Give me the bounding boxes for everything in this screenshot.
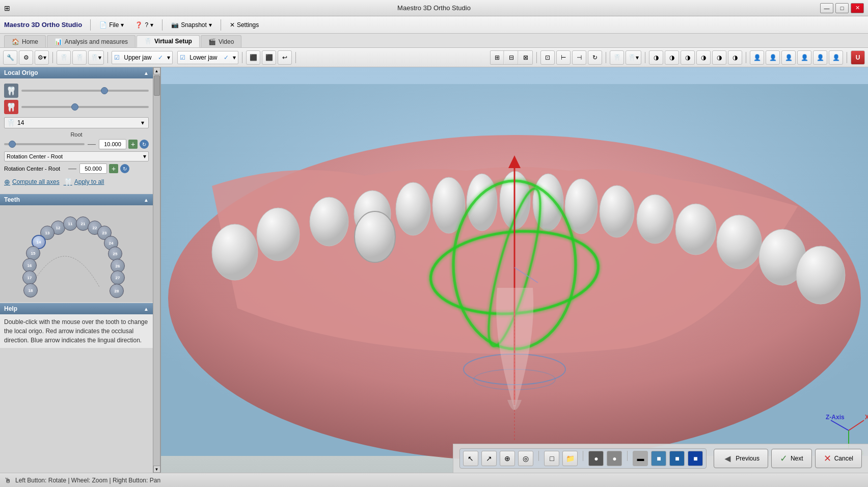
list-view-btn[interactable]: ⊠	[519, 51, 532, 64]
teeth-diagram[interactable]: 12 11 21 22 13 23 14 24 15 25 16 26	[0, 205, 153, 302]
tool-btn-2[interactable]: ⚙	[19, 50, 33, 65]
rot-minus-icon: —	[68, 164, 76, 173]
lower-slider-thumb[interactable]	[71, 103, 78, 111]
cube2-btn[interactable]: ■	[669, 451, 685, 466]
shade-btn3[interactable]: ◑	[681, 50, 695, 65]
maximize-button[interactable]: □	[835, 3, 849, 13]
svg-point-18	[796, 246, 845, 304]
tool-btn-6[interactable]: 🦷▾	[88, 50, 104, 65]
upper-slider[interactable]	[21, 90, 149, 92]
viewport[interactable]: X-Axis Z-Axis Y-Axis ↖ ↗ ⊕ ◎	[161, 67, 868, 473]
tooth-28[interactable]: 28	[110, 284, 124, 298]
tooth-11[interactable]: 11	[63, 217, 77, 231]
lower-slider[interactable]	[21, 106, 149, 108]
rotation-center-dropdown[interactable]: Rotation Center - Root ▾	[4, 151, 149, 161]
root-reset-btn[interactable]: ↻	[140, 140, 149, 149]
tab-analysis[interactable]: 📊 Analysis and measures	[47, 35, 135, 47]
minimize-button[interactable]: —	[820, 3, 833, 13]
square-tool-btn[interactable]: □	[544, 451, 559, 466]
shade-btn6[interactable]: ◑	[728, 50, 742, 65]
cancel-button[interactable]: ✕ Cancel	[815, 449, 862, 468]
help-header[interactable]: Help ▲	[0, 303, 153, 314]
previous-button[interactable]: ◄ Previous	[714, 449, 768, 468]
tooth-number: 14	[17, 119, 137, 126]
shade-btn2[interactable]: ◑	[665, 50, 679, 65]
zoom-btn[interactable]: ⊡	[540, 50, 555, 65]
viewport-3d[interactable]: X-Axis Z-Axis Y-Axis ↖ ↗ ⊕ ◎	[161, 67, 868, 473]
head-btn2[interactable]: 👤	[766, 50, 780, 65]
tool-btn-5[interactable]: 🦷	[72, 50, 87, 65]
shade-btn[interactable]: ◑	[649, 50, 663, 65]
compute-icon: ⊕	[4, 178, 10, 186]
tab-home[interactable]: 🏠 Home	[4, 35, 46, 47]
teeth-header[interactable]: Teeth ▲	[0, 194, 153, 205]
flat-btn[interactable]: ▬	[633, 451, 648, 466]
head-btn5[interactable]: 👤	[813, 50, 827, 65]
menu-settings[interactable]: ✕ Settings	[225, 18, 263, 32]
rot-reset-btn[interactable]: ↻	[120, 164, 129, 173]
root-slider[interactable]	[4, 143, 85, 145]
upper-slider-thumb[interactable]	[101, 87, 108, 94]
center-tool-btn[interactable]: ◎	[518, 451, 533, 466]
grid-view-btn[interactable]: ⊞	[491, 51, 504, 64]
compute-all-axes-btn[interactable]: ⊕ Compute all axes	[4, 178, 60, 186]
head-btn[interactable]: 👤	[750, 50, 764, 65]
jaw-lower-select[interactable]: ☑ Lower jaw ✓ ▾	[177, 51, 238, 64]
next-button[interactable]: ✓ Next	[771, 449, 812, 468]
scroll-up-btn[interactable]: ▲	[153, 67, 160, 74]
head-btn6[interactable]: 👤	[829, 50, 843, 65]
shade-btn4[interactable]: ◑	[696, 50, 711, 65]
tab-virtual-setup[interactable]: 🦷 Virtual Setup	[137, 35, 200, 47]
apply-to-all-btn[interactable]: 🦷 Apply to all	[64, 178, 104, 186]
chevron-down-icon: ▾	[121, 21, 124, 29]
cube3-btn[interactable]: ■	[688, 451, 703, 466]
folder-tool-btn[interactable]: 📁	[562, 451, 578, 466]
jaw-view-btn[interactable]: 🦷	[610, 50, 624, 65]
tooth-18[interactable]: 18	[23, 283, 38, 297]
tool-btn-9[interactable]: ↩	[278, 50, 292, 65]
menu-snapshot[interactable]: 📷 Snapshot ▾	[167, 18, 216, 32]
rotate-tool-btn[interactable]: ⊕	[500, 451, 515, 466]
scroll-thumb[interactable]	[154, 75, 160, 96]
close-button[interactable]: ✕	[851, 3, 864, 13]
root-value-input[interactable]	[99, 139, 126, 149]
svg-point-6	[396, 182, 430, 235]
shade-btn5[interactable]: ◑	[712, 50, 726, 65]
fit-btn[interactable]: ⊢	[556, 50, 571, 65]
vp-sep	[538, 451, 539, 461]
rotation-center-input[interactable]	[79, 164, 107, 174]
root-label: Root	[4, 131, 149, 138]
tool-btn-8[interactable]: ⬛	[262, 50, 276, 65]
scroll-down-btn[interactable]: ▼	[153, 466, 160, 473]
rotate-btn[interactable]: ↻	[588, 50, 602, 65]
quad-view-btn[interactable]: ⊟	[505, 51, 518, 64]
point-tool-btn[interactable]: ↗	[481, 451, 497, 466]
jaw-view-btn2[interactable]: 🦷▾	[626, 50, 641, 65]
cube-btn[interactable]: ■	[651, 451, 666, 466]
root-slider-thumb[interactable]	[9, 141, 16, 148]
tooth-selector[interactable]: 🦷 14 ▾	[4, 117, 149, 128]
reset-view-btn[interactable]: ⊣	[572, 50, 586, 65]
dark-circle-btn[interactable]: ●	[588, 451, 604, 466]
cursor-tool-btn[interactable]: ↖	[463, 451, 478, 466]
head-btn3[interactable]: 👤	[781, 50, 796, 65]
tooth-17[interactable]: 17	[22, 270, 37, 285]
jaw-upper-select[interactable]: ☑ Upper jaw ✓ ▾	[112, 51, 173, 64]
light-circle-btn[interactable]: ●	[607, 451, 622, 466]
settings-icon: ✕	[230, 21, 235, 29]
tool-btn-3[interactable]: ⚙▾	[35, 50, 49, 65]
menu-file[interactable]: 📄 File ▾	[95, 18, 128, 32]
tab-video[interactable]: 🎬 Video	[201, 35, 241, 47]
tool-btn-7[interactable]: ⬛	[246, 50, 260, 65]
local-origo-header[interactable]: Local Origo ▲	[0, 67, 153, 78]
tool-btn-1[interactable]: 🔧	[3, 50, 17, 65]
rot-plus-btn[interactable]: +	[109, 164, 118, 173]
root-plus-btn[interactable]: +	[128, 140, 138, 149]
menu-help[interactable]: ❓ ? ▾	[130, 18, 158, 32]
tooth-dropdown-btn[interactable]: ▾	[139, 119, 146, 126]
tooth-27[interactable]: 27	[111, 270, 125, 285]
chevron-down-icon: ▾	[167, 54, 170, 61]
user-profile-btn[interactable]: U	[851, 50, 865, 65]
head-btn4[interactable]: 👤	[797, 50, 811, 65]
tool-btn-4[interactable]: 🦷	[57, 50, 71, 65]
